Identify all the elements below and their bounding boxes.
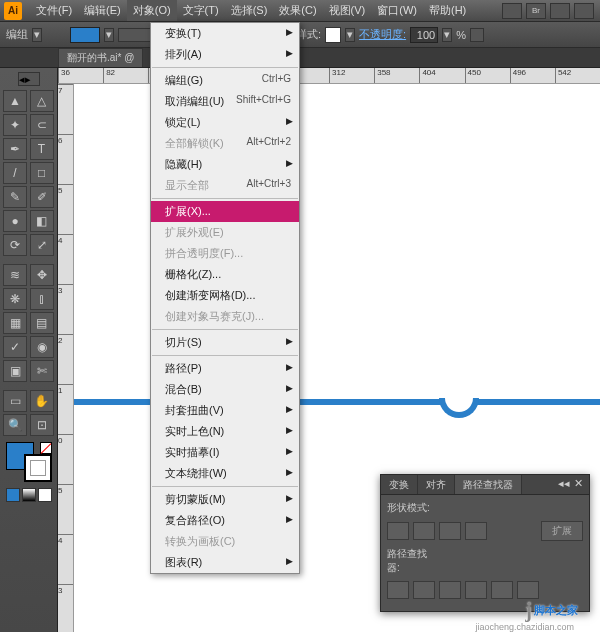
opacity-extra[interactable]: [470, 28, 484, 42]
tool-symbol[interactable]: ❋: [3, 288, 27, 310]
bridge-icon[interactable]: Br: [526, 3, 546, 19]
menu-item-剪切蒙版M[interactable]: 剪切蒙版(M)▶: [151, 489, 299, 510]
style-swatch[interactable]: [325, 27, 341, 43]
tool-wand[interactable]: ✦: [3, 114, 27, 136]
panel-tab-transform[interactable]: 变换: [381, 475, 418, 494]
none-mode-icon[interactable]: [38, 488, 52, 502]
opacity-input[interactable]: [410, 27, 438, 43]
minus-front-button[interactable]: [413, 522, 435, 540]
menu-item-排列A[interactable]: 排列(A)▶: [151, 44, 299, 65]
minus-back-button[interactable]: [517, 581, 539, 599]
tool-mesh[interactable]: ▦: [3, 312, 27, 334]
menu-item-扩展X[interactable]: 扩展(X)...: [151, 201, 299, 222]
menu-item-实时描摹I[interactable]: 实时描摹(I)▶: [151, 442, 299, 463]
tool-brush[interactable]: ✎: [3, 186, 27, 208]
app-logo: Ai: [4, 2, 22, 20]
tool-pen[interactable]: ✒: [3, 138, 27, 160]
tool-eraser[interactable]: ◧: [30, 210, 54, 232]
menu-item-切片S[interactable]: 切片(S)▶: [151, 332, 299, 353]
document-tab[interactable]: 翻开的书.ai* @: [58, 48, 143, 67]
tool-line[interactable]: /: [3, 162, 27, 184]
menu-item-栅格化Z[interactable]: 栅格化(Z)...: [151, 264, 299, 285]
tool-type[interactable]: T: [30, 138, 54, 160]
menu-窗口[interactable]: 窗口(W): [371, 0, 423, 21]
menu-视图[interactable]: 视图(V): [323, 0, 372, 21]
opacity-dropdown[interactable]: ▾: [442, 28, 452, 42]
toolbox-collapse[interactable]: ◂▸: [18, 72, 40, 86]
watermark-icon: j: [525, 599, 532, 622]
tool-blob[interactable]: ●: [3, 210, 27, 232]
menu-item-封套扭曲V[interactable]: 封套扭曲(V)▶: [151, 400, 299, 421]
menu-item-实时上色N[interactable]: 实时上色(N)▶: [151, 421, 299, 442]
menu-item-取消编组U[interactable]: 取消编组(U)Shift+Ctrl+G: [151, 91, 299, 112]
menu-帮助[interactable]: 帮助(H): [423, 0, 472, 21]
layout-icon-2[interactable]: [550, 3, 570, 19]
panel-menu[interactable]: ◂◂✕: [552, 475, 589, 494]
menu-item-混合B[interactable]: 混合(B)▶: [151, 379, 299, 400]
tool-slice[interactable]: ✄: [30, 360, 54, 382]
panel-tab-pathfinder[interactable]: 路径查找器: [455, 475, 522, 494]
ruler-vertical: 76543210543: [58, 84, 74, 632]
menu-item-隐藏H[interactable]: 隐藏(H)▶: [151, 154, 299, 175]
swap-colors[interactable]: [40, 442, 52, 454]
menu-效果[interactable]: 效果(C): [273, 0, 322, 21]
tool-warp[interactable]: ≋: [3, 264, 27, 286]
layout-icon-1[interactable]: [502, 3, 522, 19]
menu-item-扩展外观E: 扩展外观(E): [151, 222, 299, 243]
menu-item-创建渐变网格D[interactable]: 创建渐变网格(D)...: [151, 285, 299, 306]
trim-button[interactable]: [413, 581, 435, 599]
exclude-button[interactable]: [465, 522, 487, 540]
menu-item-变换T[interactable]: 变换(T)▶: [151, 23, 299, 44]
tool-graph[interactable]: ⫿: [30, 288, 54, 310]
menu-编辑[interactable]: 编辑(E): [78, 0, 127, 21]
menu-item-路径P[interactable]: 路径(P)▶: [151, 358, 299, 379]
tool-artb[interactable]: ▭: [3, 390, 27, 412]
menu-item-编组G[interactable]: 编组(G)Ctrl+G: [151, 70, 299, 91]
tool-eyedrop[interactable]: ✓: [3, 336, 27, 358]
style-dropdown[interactable]: ▾: [345, 28, 355, 42]
menu-item-锁定L[interactable]: 锁定(L)▶: [151, 112, 299, 133]
toolbox: ◂▸ ▲△✦⊂✒T/□✎✐●◧⟳⤢≋✥❋⫿▦▤✓◉▣✄▭✋🔍⊡: [0, 68, 58, 632]
opacity-label[interactable]: 不透明度:: [359, 27, 406, 42]
opacity-unit: %: [456, 29, 466, 41]
tool-crop[interactable]: ⊡: [30, 414, 54, 436]
tool-free[interactable]: ✥: [30, 264, 54, 286]
menu-文字[interactable]: 文字(T): [177, 0, 225, 21]
color-mode-icon[interactable]: [6, 488, 20, 502]
tool-lasso[interactable]: ⊂: [30, 114, 54, 136]
tool-blend[interactable]: ◉: [30, 336, 54, 358]
tool-zoom[interactable]: 🔍: [3, 414, 27, 436]
expand-button[interactable]: 扩展: [541, 521, 583, 541]
mode-dropdown[interactable]: ▾: [32, 28, 42, 42]
menu-文件[interactable]: 文件(F): [30, 0, 78, 21]
outline-button[interactable]: [491, 581, 513, 599]
divide-button[interactable]: [387, 581, 409, 599]
tool-hand[interactable]: ✋: [30, 390, 54, 412]
fill-stroke-control[interactable]: [6, 442, 52, 482]
crop-button[interactable]: [465, 581, 487, 599]
tool-rect[interactable]: □: [30, 162, 54, 184]
merge-button[interactable]: [439, 581, 461, 599]
menu-item-文本绕排W[interactable]: 文本绕排(W)▶: [151, 463, 299, 484]
tool-sel[interactable]: ▲: [3, 90, 27, 112]
fill-dropdown[interactable]: ▾: [104, 28, 114, 42]
menu-item-复合路径O[interactable]: 复合路径(O)▶: [151, 510, 299, 531]
menu-选择[interactable]: 选择(S): [225, 0, 274, 21]
tool-scale[interactable]: ⤢: [30, 234, 54, 256]
menu-对象[interactable]: 对象(O): [127, 0, 177, 21]
intersect-button[interactable]: [439, 522, 461, 540]
tool-pencil[interactable]: ✐: [30, 186, 54, 208]
gradient-mode-icon[interactable]: [22, 488, 36, 502]
stroke-color[interactable]: [24, 454, 52, 482]
panel-tab-align[interactable]: 对齐: [418, 475, 455, 494]
tool-grad[interactable]: ▤: [30, 312, 54, 334]
layout-icon-3[interactable]: [574, 3, 594, 19]
pathfinder-ops-label: 路径查找器:: [387, 547, 439, 575]
menu-item-图表R[interactable]: 图表(R)▶: [151, 552, 299, 573]
tool-dsel[interactable]: △: [30, 90, 54, 112]
tool-liveP[interactable]: ▣: [3, 360, 27, 382]
fill-swatch[interactable]: [70, 27, 100, 43]
path-dip[interactable]: [439, 398, 479, 418]
unite-button[interactable]: [387, 522, 409, 540]
tool-rotate[interactable]: ⟳: [3, 234, 27, 256]
